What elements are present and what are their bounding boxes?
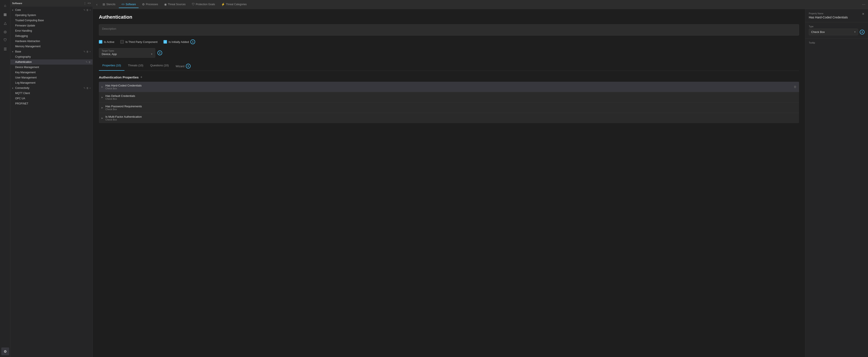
sidebar-item-device-management[interactable]: Device Management ✎ 🗑 [10,65,93,70]
edit-icon[interactable]: ✎ [86,19,88,22]
nav-more-icon[interactable]: ⋯ [862,2,865,6]
prop-delete-button[interactable]: 🗑 [794,85,797,89]
target-icon[interactable]: ◎ [1,28,9,36]
group-core[interactable]: ▾ Core ✎ 🗑 + [10,7,93,12]
edit-icon[interactable]: ✎ [86,40,88,43]
edit-icon[interactable]: ✎ [86,82,88,84]
edit-icon[interactable]: ✎ [84,9,86,11]
delete-icon[interactable]: 🗑 [89,56,91,58]
delete-icon[interactable]: 🗑 [89,71,91,74]
rp-type-select[interactable]: Check Box ▾ [809,29,858,35]
add-icon[interactable]: + [90,9,91,11]
delete-icon[interactable]: 🗑 [89,76,91,79]
delete-icon[interactable]: 🗑 [86,9,89,11]
sidebar-item-log-management[interactable]: Log Management ✎ 🗑 [10,80,93,86]
delete-icon[interactable]: 🗑 [89,24,91,27]
shield-icon[interactable]: ⛉ [1,36,9,44]
group-base[interactable]: ▾ Base ✎ 🗑 + [10,49,93,54]
delete-icon[interactable]: 🗑 [89,45,91,48]
dashboard-icon[interactable]: ▦ [1,10,9,18]
checkbox-is-initially-added-box[interactable]: ✓ [163,40,167,43]
edit-icon[interactable]: ✎ [84,50,86,53]
description-field[interactable]: Description [99,24,799,36]
checkbox-is-initially-added[interactable]: ✓ Is Initially Added 1 [163,39,195,44]
property-item-has-default-credentials[interactable]: ▶ Has Default Credentials Check Box 🗑 [99,92,799,102]
delete-icon[interactable]: 🗑 [89,92,91,95]
edit-icon[interactable]: ✎ [86,97,88,100]
checkbox-is-active-box[interactable]: ✓ [99,40,102,43]
edit-icon[interactable]: ✎ [86,56,88,58]
tab-processes[interactable]: ⚙ Processes [140,1,161,8]
tab-properties[interactable]: Properties (10) [99,62,124,71]
edit-icon[interactable]: ✎ [86,102,88,105]
icon-rail: ⌂ ▦ △ ◎ ⛉ ☰ ⚙ [0,0,10,357]
delete-icon[interactable]: 🗑 [89,66,91,69]
edit-icon[interactable]: ✎ [86,24,88,27]
sidebar-item-user-management[interactable]: User Management ✎ 🗑 [10,75,93,80]
property-item-has-password-requirements[interactable]: ▶ Has Password Requirements Check Box 🗑 [99,102,799,113]
edit-icon[interactable]: ✎ [86,35,88,37]
item-label: Hardware Abstraction [15,40,86,43]
delete-icon[interactable]: 🗑 [86,87,89,90]
sidebar-item-error-handling[interactable]: Error Handling ✎ 🗑 [10,28,93,33]
rp-close-button[interactable]: ✕ [862,12,865,15]
sidebar-item-profinet[interactable]: PROFINET ✎ 🗑 [10,101,93,106]
checkbox-is-third-party[interactable]: Is Third Party Component [120,40,157,43]
sidebar-item-memory-management[interactable]: Memory Management ✎ 🗑 [10,44,93,49]
delete-icon[interactable]: 🗑 [89,61,91,64]
delete-icon[interactable]: 🗑 [89,102,91,105]
sidebar-item-hardware-abstraction[interactable]: Hardware Abstraction ✎ 🗑 [10,39,93,44]
settings-icon[interactable]: ⚙ [1,348,9,355]
edit-icon[interactable]: ✎ [86,30,88,32]
edit-icon[interactable]: ✎ [86,92,88,95]
delete-icon[interactable]: 🗑 [86,50,89,53]
delete-icon[interactable]: 🗑 [89,82,91,84]
group-connectivity[interactable]: ▾ Connectivity ✎ 🗑 + [10,86,93,91]
sidebar-item-firmware-update[interactable]: Firmware Update ✎ 🗑 [10,23,93,28]
tab-wizard[interactable]: Wizard 3 [172,62,194,71]
edit-icon[interactable]: ✎ [84,87,86,90]
edit-icon[interactable]: ✎ [86,14,88,17]
sidebar-item-mqtt-client[interactable]: MQTT Client ✎ 🗑 [10,91,93,96]
checkbox-is-active-label: Is Active [104,40,114,43]
sidebar-more-icon[interactable]: ⋮ [84,2,86,5]
sidebar-item-operating-system[interactable]: Operating System ✎ 🗑 [10,12,93,18]
edit-icon[interactable]: ✎ [86,76,88,79]
sidebar-item-authentication[interactable]: Authentication ✎ 🗑 [10,59,93,65]
sidebar-item-debugging[interactable]: Debugging ✎ 🗑 [10,33,93,39]
tab-stencils[interactable]: ⊞ Stencils [100,1,118,8]
sidebar-item-key-management[interactable]: Key Management ✎ 🗑 [10,70,93,75]
delete-icon[interactable]: 🗑 [89,97,91,100]
diagram-icon[interactable]: △ [1,19,9,27]
add-icon[interactable]: + [90,50,91,53]
sidebar-code-icon[interactable]: <> [88,2,91,5]
nav-back-button[interactable]: ‹ [95,2,98,7]
delete-icon[interactable]: 🗑 [89,35,91,37]
home-icon[interactable]: ⌂ [1,2,9,9]
property-item-has-hard-coded-credentials[interactable]: ▶ Has Hard-Coded Credentials Check Box 🗑 [99,82,799,92]
edit-icon[interactable]: ✎ [86,61,88,64]
checkbox-is-third-party-box[interactable] [120,40,124,43]
add-property-button[interactable]: + [140,75,142,79]
delete-icon[interactable]: 🗑 [89,19,91,22]
property-item-is-multi-factor-authentication[interactable]: ▶ Is Multi-Factor Authentication Check B… [99,113,799,123]
add-icon[interactable]: + [90,87,91,90]
edit-icon[interactable]: ✎ [86,45,88,48]
tab-threats[interactable]: Threats (10) [124,62,147,71]
delete-icon[interactable]: 🗑 [89,30,91,32]
delete-icon[interactable]: 🗑 [89,40,91,43]
sidebar-item-opc-ua[interactable]: OPC UA ✎ 🗑 [10,96,93,101]
tab-protection-goals[interactable]: ⛉ Protection Goals [189,1,218,8]
edit-icon[interactable]: ✎ [86,71,88,74]
delete-icon[interactable]: 🗑 [89,14,91,17]
edit-icon[interactable]: ✎ [86,66,88,69]
tab-software[interactable]: <> Software [119,1,138,8]
sidebar-item-trusted-computing-base[interactable]: Trusted Computing Base ✎ 🗑 [10,18,93,23]
checkbox-is-active[interactable]: ✓ Is Active [99,40,114,43]
sidebar-item-cryptography[interactable]: Cryptography ✎ 🗑 [10,54,93,59]
target-types-select[interactable]: Target Types Device, App ▾ [99,48,155,58]
tab-threat-sources[interactable]: ◉ Threat Sources [161,1,188,8]
list-icon[interactable]: ☰ [1,45,9,53]
tab-threat-categories[interactable]: ⚡ Threat Categories [219,1,249,8]
tab-questions[interactable]: Questions (10) [147,62,172,71]
